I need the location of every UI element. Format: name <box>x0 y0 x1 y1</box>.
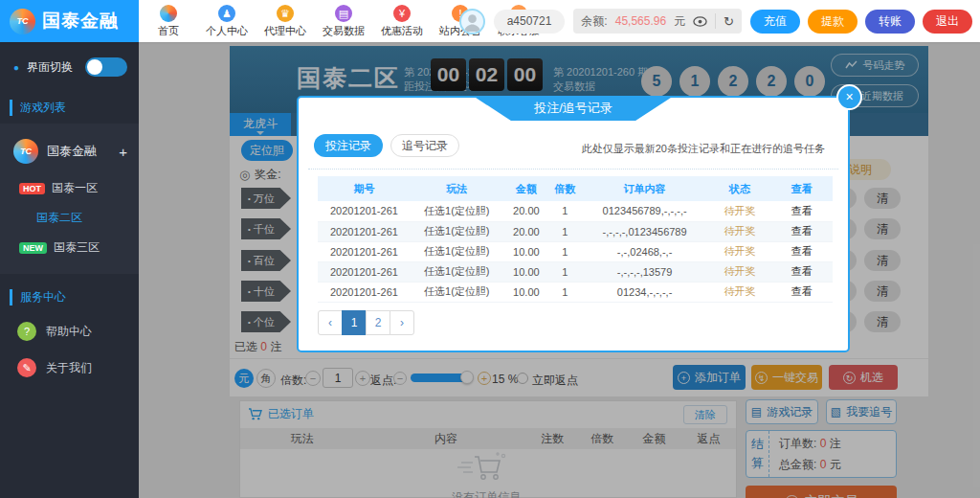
cell: 1 <box>549 282 580 302</box>
nav-item-promotions[interactable]: ¥优惠活动 <box>379 5 425 38</box>
sidebar-item-国泰一区[interactable]: HOT国泰一区 <box>0 173 139 203</box>
nav-label: 个人中心 <box>206 24 248 38</box>
cell: 1 <box>549 241 580 261</box>
nav-label: 交易数据 <box>323 24 365 38</box>
cell: 10.00 <box>503 282 549 302</box>
transfer-button[interactable]: 转账 <box>865 10 915 34</box>
view-link[interactable]: 查看 <box>770 282 833 302</box>
help-center-icon: ? <box>17 322 36 341</box>
sidebar-item-help-center[interactable]: ?帮助中心 <box>0 313 139 350</box>
cell: 10.00 <box>503 261 549 282</box>
trade-data-icon: ▤ <box>335 5 352 22</box>
cell: -,-,-,-,0123456789 <box>580 221 709 241</box>
ui-switch-toggle[interactable] <box>85 57 127 77</box>
page-button-1[interactable]: 1 <box>342 310 367 335</box>
eye-icon[interactable] <box>693 16 707 27</box>
sidebar-brand-row[interactable]: TC 国泰金融 + <box>0 133 139 173</box>
pagination: ‹12› <box>318 310 414 335</box>
sidebar-item-label: 国泰三区 <box>54 239 100 256</box>
view-link[interactable]: 查看 <box>770 261 833 282</box>
account-actions: 充值提款转账退出 <box>750 10 972 34</box>
cell: 待开奖 <box>709 282 771 302</box>
close-icon[interactable]: × <box>836 84 862 110</box>
user-zone: a450721 余额: 45,565.96 元 ↻ 充值提款转账退出 <box>459 0 980 42</box>
ui-switch-label: 界面切换 <box>27 59 78 76</box>
sidebar-item-国泰二区[interactable]: 国泰二区 <box>0 203 139 233</box>
table-row: 20201201-261任选1(定位胆)10.001-,-,-,-,13579待… <box>318 261 833 282</box>
sidebar-item-国泰三区[interactable]: NEW国泰三区 <box>0 233 139 262</box>
cell: 20201201-261 <box>318 221 411 241</box>
column-header: 查看 <box>770 176 833 201</box>
dotted-divider <box>308 169 838 170</box>
brand-logo-block[interactable]: TC 国泰金融 <box>0 0 139 42</box>
logout-button[interactable]: 退出 <box>923 10 972 34</box>
cell: 待开奖 <box>709 261 771 282</box>
bet-records-modal: 投注/追号记录 × 投注记录 追号记录 此处仅显示最新20条投注记录和正在进行的… <box>297 96 850 352</box>
user-center-icon: ♟ <box>218 5 235 22</box>
balance-group: 余额: 45,565.96 元 ↻ <box>573 9 742 34</box>
cell: 1 <box>549 261 580 282</box>
divider <box>715 13 716 29</box>
column-header: 订单内容 <box>580 176 709 201</box>
service-title: 服务中心 <box>10 289 139 306</box>
cell: 20201201-261 <box>318 201 411 221</box>
avatar[interactable] <box>459 9 485 34</box>
agent-center-icon: ♛ <box>277 5 294 22</box>
refresh-icon[interactable]: ↻ <box>724 15 734 28</box>
page-button-2[interactable]: 2 <box>366 310 390 335</box>
cell: 20.00 <box>503 201 549 221</box>
badge-hot: HOT <box>19 183 45 194</box>
game-list-box: TC 国泰金融 + HOT国泰一区国泰二区NEW国泰三区 <box>0 124 139 274</box>
cell: -,-,-,-,13579 <box>580 261 709 282</box>
sidebar-item-label: 国泰一区 <box>52 180 98 196</box>
cell: 0123456789,-,-,-,- <box>580 201 709 221</box>
balance-unit: 元 <box>674 13 685 30</box>
avatar-person-icon <box>461 11 483 33</box>
sidebar: ● 界面切换 游戏列表 TC 国泰金融 + HOT国泰一区国泰二区NEW国泰三区… <box>0 42 139 498</box>
table-head: 期号玩法金额倍数订单内容状态查看 <box>318 176 833 201</box>
table-body: 20201201-261任选1(定位胆)20.0010123456789,-,-… <box>318 201 833 302</box>
cell: 待开奖 <box>709 201 771 221</box>
column-header: 玩法 <box>411 176 503 201</box>
tab-chase-records[interactable]: 追号记录 <box>390 134 459 157</box>
withdraw-button[interactable]: 提款 <box>808 10 858 34</box>
promotions-icon: ¥ <box>393 5 411 22</box>
nav-item-home[interactable]: 首页 <box>145 5 191 38</box>
cell: 任选1(定位胆) <box>411 282 503 302</box>
cell: 任选1(定位胆) <box>411 201 503 221</box>
page-button-›[interactable]: › <box>390 310 414 335</box>
table-row: 20201201-261任选1(定位胆)20.001-,-,-,-,012345… <box>318 221 833 241</box>
page-button-‹[interactable]: ‹ <box>318 310 343 335</box>
modal-note: 此处仅显示最新20条投注记录和正在进行的追号任务 <box>582 142 825 156</box>
view-link[interactable]: 查看 <box>770 221 833 241</box>
modal-title-tab: 投注/追号记录 <box>473 96 674 121</box>
game-list-title: 游戏列表 <box>10 100 139 116</box>
sidebar-item-about-us[interactable]: ✎关于我们 <box>0 350 139 386</box>
cell: 1 <box>549 201 580 221</box>
balance-value: 45,565.96 <box>615 14 666 28</box>
home-icon <box>160 5 177 22</box>
column-header: 倍数 <box>549 176 580 201</box>
nav-item-user-center[interactable]: ♟个人中心 <box>204 5 250 38</box>
toggle-knob <box>87 59 102 75</box>
table-row: 20201201-261任选1(定位胆)10.00101234,-,-,-,-待… <box>318 282 833 302</box>
nav-item-trade-data[interactable]: ▤交易数据 <box>321 5 367 38</box>
recharge-button[interactable]: 充值 <box>750 10 800 34</box>
expand-plus-icon[interactable]: + <box>119 144 127 160</box>
sidebar-item-label: 关于我们 <box>46 360 92 376</box>
nav-item-agent-center[interactable]: ♛代理中心 <box>262 5 308 38</box>
tab-bet-records[interactable]: 投注记录 <box>314 134 383 157</box>
sidebar-item-label: 国泰二区 <box>36 210 82 226</box>
cell: 20201201-261 <box>318 261 411 282</box>
view-link[interactable]: 查看 <box>770 241 833 261</box>
bet-records-table: 期号玩法金额倍数订单内容状态查看 20201201-261任选1(定位胆)20.… <box>318 176 833 303</box>
ui-switch-row: ● 界面切换 <box>0 42 139 90</box>
view-link[interactable]: 查看 <box>770 201 833 221</box>
username[interactable]: a450721 <box>494 10 566 34</box>
brand-logo-icon: TC <box>10 9 35 34</box>
cell: 1 <box>549 221 580 241</box>
cell: 10.00 <box>503 241 549 261</box>
cell: 任选1(定位胆) <box>411 221 503 241</box>
nav-label: 优惠活动 <box>381 24 423 38</box>
bullet-icon: ● <box>13 62 19 73</box>
